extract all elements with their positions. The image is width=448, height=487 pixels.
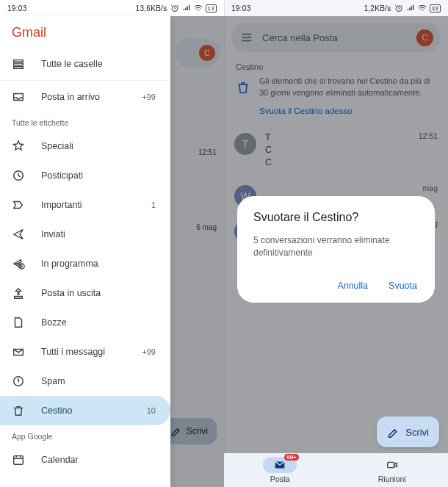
schedule-icon <box>12 257 25 270</box>
confirm-dialog: Svuotare il Cestino? 5 conversazioni ver… <box>237 196 435 303</box>
drawer-item-label: Calendar <box>41 455 159 465</box>
sent-icon <box>12 228 25 241</box>
drawer-item-label: In programma <box>41 259 140 269</box>
alarm-icon <box>394 3 404 13</box>
important-icon <box>12 198 25 212</box>
draft-icon <box>12 316 25 329</box>
drawer-item-label: Posticipati <box>41 170 140 181</box>
divider <box>0 80 170 81</box>
allmail-icon <box>12 345 25 358</box>
drawer-item-label: Tutti i messaggi <box>41 347 126 357</box>
drawer-item-count: 1 <box>151 201 159 209</box>
status-bar: 19:03 13,6KB/s 13 <box>0 0 224 16</box>
drawer-item-sent[interactable]: Inviati <box>0 220 170 249</box>
drawer-item-schedule[interactable]: In programma <box>0 249 170 278</box>
signal-icon <box>182 4 191 12</box>
status-net: 1,2KB/s <box>364 4 391 12</box>
dialog-cancel-button[interactable]: Annulla <box>336 278 369 294</box>
left-scrim[interactable] <box>170 16 224 487</box>
status-battery: 33 <box>430 4 441 12</box>
trash-icon <box>12 404 25 417</box>
dialog-confirm-button[interactable]: Svuota <box>387 278 419 294</box>
star-icon <box>12 140 25 153</box>
drawer-calendar[interactable]: Calendar <box>0 445 170 475</box>
drawer-item-trash[interactable]: Cestino 10 <box>0 396 170 425</box>
status-battery: 13 <box>206 4 217 12</box>
calendar-icon <box>12 453 25 466</box>
drawer-item-allmail[interactable]: Tutti i messaggi +99 <box>0 337 170 367</box>
inbox-icon <box>12 90 25 104</box>
drawer-item-label: Importanti <box>41 200 135 210</box>
drawer-item-label: Posta in arrivo <box>41 92 126 102</box>
drawer-item-outbox[interactable]: Posta in uscita <box>0 278 170 308</box>
drawer-item-important[interactable]: Importanti 1 <box>0 190 170 220</box>
nav-meet[interactable]: Riunioni <box>336 453 449 487</box>
compose-button[interactable]: Scrivi <box>377 416 439 447</box>
drawer-item-label: Posta in uscita <box>41 288 140 298</box>
pencil-icon <box>387 426 400 439</box>
nav-mail[interactable]: 99+ Posta <box>224 453 336 487</box>
status-time: 19:03 <box>231 4 251 12</box>
drawer-item-count: 10 <box>147 406 159 415</box>
drawer-item-label: Inviati <box>41 229 140 239</box>
drawer-item-label: Cestino <box>41 405 131 416</box>
dialog-body: 5 conversazioni verranno eliminate defin… <box>253 234 419 260</box>
drawer-item-label: Spam <box>41 376 140 386</box>
drawer-all-inboxes[interactable]: Tutte le caselle <box>0 49 170 79</box>
video-icon <box>375 457 409 473</box>
wifi-icon <box>417 3 427 13</box>
alarm-icon <box>170 3 180 13</box>
drawer-section-apps: App Google <box>0 425 170 445</box>
spam-icon <box>12 375 25 388</box>
drawer-item-label: Tutte le caselle <box>41 59 159 69</box>
dialog-title: Svuotare il Cestino? <box>253 211 419 224</box>
drawer-item-spam[interactable]: Spam <box>0 367 170 396</box>
compose-label: Scrivi <box>405 427 429 438</box>
brand-logo: Gmail <box>0 16 170 49</box>
mail-badge: 99+ <box>284 454 299 461</box>
clock-icon <box>12 169 25 182</box>
drawer-item-label: Speciali <box>41 141 140 151</box>
status-net: 13,6KB/s <box>136 4 167 12</box>
status-bar: 19:03 1,2KB/s 33 <box>224 0 448 16</box>
outbox-icon <box>12 286 25 300</box>
drawer-section-labels: Tutte le etichette <box>0 112 170 131</box>
signal-icon <box>406 4 415 12</box>
drawer-item-count: +99 <box>142 93 159 101</box>
drawer-inbox[interactable]: Posta in arrivo +99 <box>0 82 170 112</box>
drawer-item-clock[interactable]: Posticipati <box>0 161 170 190</box>
drawer-item-draft[interactable]: Bozze <box>0 308 170 337</box>
wifi-icon <box>193 3 203 13</box>
bottom-nav: 99+ Posta Riunioni <box>224 453 448 487</box>
nav-label: Posta <box>270 475 290 483</box>
nav-drawer: Gmail Tutte le caselle Posta in arrivo +… <box>0 16 170 487</box>
drawer-item-label: Bozze <box>41 317 140 328</box>
nav-label: Riunioni <box>378 475 406 483</box>
drawer-item-star[interactable]: Speciali <box>0 131 170 161</box>
status-time: 19:03 <box>7 4 27 12</box>
stacked-icon <box>12 57 25 71</box>
drawer-item-count: +99 <box>142 347 159 356</box>
